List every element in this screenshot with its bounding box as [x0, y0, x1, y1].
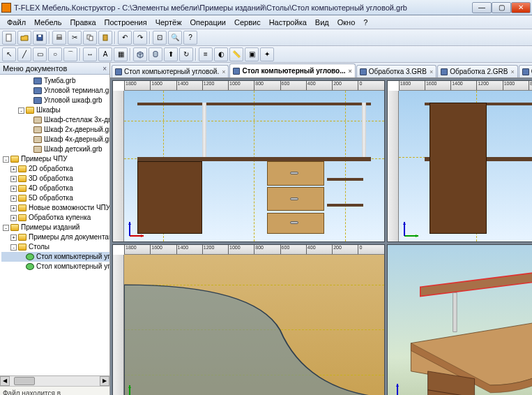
- tree-toggle-icon[interactable]: +: [10, 186, 17, 192]
- tree-node[interactable]: Шкаф 4х-дверный.grb: [1, 135, 109, 144]
- document-tab[interactable]: Обработка 1.GRB×: [519, 65, 532, 77]
- document-tab[interactable]: Обработка 2.GRB×: [437, 65, 518, 77]
- viewport-3d[interactable]: [387, 244, 532, 396]
- menu-edit[interactable]: Правка: [66, 17, 100, 28]
- material-button[interactable]: ◐: [214, 47, 228, 61]
- tree-node[interactable]: Стол компьютерный углово: [1, 262, 109, 271]
- undo-button[interactable]: ↶: [118, 31, 132, 45]
- menu-drawing[interactable]: Чертёж: [151, 17, 186, 28]
- tree-node[interactable]: +Новые возможности ЧПУ 12: [1, 203, 109, 213]
- render-button[interactable]: ✦: [260, 47, 274, 61]
- minimize-button[interactable]: —: [472, 2, 492, 13]
- tab-close-icon[interactable]: ×: [430, 68, 433, 75]
- document-tab[interactable]: Обработка 3.GRB×: [356, 65, 437, 77]
- tab-close-icon[interactable]: ×: [222, 68, 225, 75]
- tree-toggle-icon[interactable]: -: [18, 107, 24, 114]
- tree-node[interactable]: Шкаф детский.grb: [1, 144, 109, 154]
- scroll-right-icon[interactable]: ▶: [100, 376, 109, 386]
- scroll-left-icon[interactable]: ◀: [0, 376, 10, 386]
- tree-node[interactable]: +5D обработка: [1, 193, 109, 203]
- tree-node[interactable]: Тумба.grb: [1, 76, 109, 86]
- select-button[interactable]: ↖: [2, 47, 16, 61]
- layers-button[interactable]: ≡: [199, 47, 213, 61]
- help-button[interactable]: ?: [183, 31, 197, 45]
- sidebar-close-icon[interactable]: ×: [102, 65, 107, 73]
- document-tab[interactable]: Стол компьютерный углово...×: [229, 64, 355, 77]
- tree-toggle-icon[interactable]: +: [10, 195, 17, 202]
- zoom-in-button[interactable]: 🔍: [168, 31, 182, 45]
- redo-button[interactable]: ↷: [133, 31, 147, 45]
- tree-toggle-icon[interactable]: +: [10, 215, 17, 221]
- close-button[interactable]: ✕: [511, 2, 531, 13]
- tree-toggle-icon[interactable]: +: [10, 205, 17, 211]
- menu-file[interactable]: Файл: [3, 17, 30, 28]
- scroll-thumb[interactable]: [14, 377, 35, 385]
- rect-tool[interactable]: ▭: [33, 47, 47, 61]
- tab-close-icon[interactable]: ×: [511, 68, 515, 75]
- ruler-tick: 1600: [150, 81, 176, 90]
- hatch-tool[interactable]: ▦: [114, 47, 128, 61]
- tree-toggle-icon[interactable]: -: [3, 156, 9, 163]
- tree-toggle-icon[interactable]: +: [10, 176, 17, 182]
- menu-furniture[interactable]: Мебель: [30, 17, 66, 28]
- canvas-front[interactable]: [124, 91, 384, 241]
- ruler-horizontal: 180016001400120010008006004002000: [124, 81, 384, 91]
- tree-node[interactable]: +4D обработка: [1, 184, 109, 193]
- menu-build[interactable]: Построения: [100, 17, 151, 28]
- viewport-side[interactable]: 180016001400120010008006004002000: [387, 80, 532, 242]
- open-button[interactable]: [17, 31, 31, 45]
- tree-node[interactable]: -Примеры изданий: [1, 223, 109, 232]
- maximize-button[interactable]: ▢: [492, 2, 511, 13]
- camera-button[interactable]: ▣: [245, 47, 259, 61]
- tree-toggle-icon[interactable]: +: [10, 166, 17, 172]
- tree-toggle-icon[interactable]: -: [3, 225, 9, 231]
- viewport-front[interactable]: 180016001400120010008006004002000: [112, 80, 385, 242]
- tree-node[interactable]: -Шкафы: [1, 105, 109, 115]
- tree-node[interactable]: +Обработка купенка: [1, 213, 109, 223]
- measure-button[interactable]: 📏: [229, 47, 243, 61]
- tree-node[interactable]: -Примеры ЧПУ: [1, 154, 109, 164]
- document-tab[interactable]: Стол компьютерный угловой.×: [112, 65, 229, 77]
- tree-node[interactable]: -Столы: [1, 242, 109, 252]
- canvas-3d[interactable]: [388, 245, 532, 396]
- arc-tool[interactable]: ⌒: [63, 47, 77, 61]
- zoom-fit-button[interactable]: ⊡: [153, 31, 167, 45]
- tree-node[interactable]: +2D обработка: [1, 164, 109, 174]
- menu-window[interactable]: Окно: [333, 17, 360, 28]
- tree-toggle-icon[interactable]: +: [10, 234, 17, 241]
- tree-node[interactable]: Угловой шкаф.grb: [1, 96, 109, 105]
- canvas-side[interactable]: [399, 91, 532, 241]
- copy-button[interactable]: [83, 31, 97, 45]
- dim-tool[interactable]: ↔: [83, 47, 97, 61]
- tab-close-icon[interactable]: ×: [349, 68, 352, 75]
- paste-button[interactable]: [98, 31, 112, 45]
- new-button[interactable]: [2, 31, 16, 45]
- circle-tool[interactable]: ○: [48, 47, 62, 61]
- viewport-top[interactable]: 180016001400120010008006004002000: [112, 244, 385, 396]
- tree-node[interactable]: Стол компьютерный углово: [1, 252, 109, 262]
- extrude-tool[interactable]: ⬆: [164, 47, 178, 61]
- save-button[interactable]: [33, 31, 47, 45]
- menu-operations[interactable]: Операции: [186, 17, 230, 28]
- tree-node[interactable]: Шкаф-стеллаж 3х-двер: [1, 115, 109, 125]
- tree-node[interactable]: +Примеры для документации: [1, 232, 109, 242]
- canvas-top[interactable]: [124, 255, 384, 396]
- sidebar-hscrollbar[interactable]: ◀ ▶: [0, 375, 109, 386]
- menu-view[interactable]: Вид: [311, 17, 333, 28]
- revolve-tool[interactable]: ↻: [179, 47, 193, 61]
- cylinder-tool[interactable]: [149, 47, 162, 61]
- print-button[interactable]: [52, 31, 66, 45]
- tree-node[interactable]: +3D обработка: [1, 174, 109, 184]
- text-tool[interactable]: A: [98, 47, 112, 61]
- cut-button[interactable]: ✂: [68, 31, 82, 45]
- cube-tool[interactable]: [133, 47, 147, 61]
- tree-toggle-icon[interactable]: -: [10, 244, 17, 251]
- document-tree[interactable]: Тумба.grbУгловой терминал.grbУгловой шка…: [0, 75, 109, 375]
- ruler-tick: 1800: [399, 81, 425, 90]
- tree-node[interactable]: Шкаф 2х-дверный.grb: [1, 125, 109, 135]
- tree-node[interactable]: Угловой терминал.grb: [1, 86, 109, 96]
- menu-settings[interactable]: Настройка: [265, 17, 311, 28]
- menu-service[interactable]: Сервис: [230, 17, 265, 28]
- menu-help[interactable]: ?: [359, 17, 372, 28]
- line-tool[interactable]: ╱: [17, 47, 31, 61]
